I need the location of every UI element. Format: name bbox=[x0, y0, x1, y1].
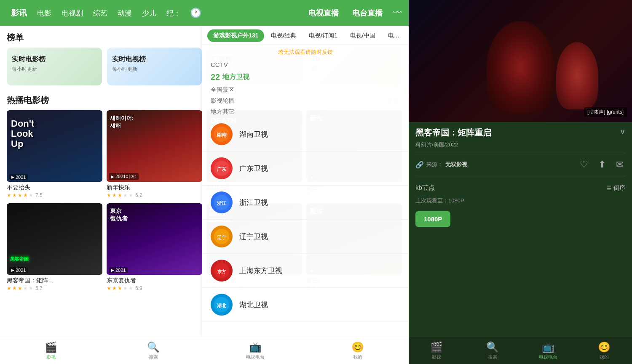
channel-logo-shanghai: 东方 bbox=[211, 260, 233, 282]
local-header[interactable]: 22 地方卫视 bbox=[202, 70, 409, 85]
bnav-right-icon-search: 🔍 bbox=[486, 341, 499, 353]
bnav-right-my[interactable]: 😊 我的 bbox=[576, 337, 632, 364]
bnav-right-yingshi[interactable]: 🎬 影视 bbox=[409, 337, 465, 364]
bnav-right-tv[interactable]: 📺 电视电台 bbox=[520, 337, 576, 364]
bnav-label-search: 搜索 bbox=[149, 354, 158, 360]
movie-rating-6: ★★★★★ 6.9 bbox=[107, 285, 202, 291]
bnav-right-label-my: 我的 bbox=[600, 354, 609, 360]
bnav-my[interactable]: 😊 我的 bbox=[307, 337, 409, 364]
radio-live-label[interactable]: 电台直播 bbox=[352, 8, 383, 18]
local-num-badge: 22 bbox=[211, 72, 220, 82]
svg-text:广东: 广东 bbox=[217, 167, 227, 172]
rank-card-tv[interactable]: 实时电视榜 每小时更新 bbox=[107, 48, 202, 85]
video-figure bbox=[487, 21, 554, 114]
dtab-2[interactable]: 电视/订阅1 bbox=[303, 29, 343, 42]
bnav-label-my: 我的 bbox=[353, 354, 362, 360]
channel-logo-hunan: 湖南 bbox=[211, 123, 233, 145]
dropdown-tabs: 游戏影视户外131 电视/经典 电视/订阅1 电视/中国 电… bbox=[202, 26, 409, 45]
section-header-2[interactable]: 地方其它 bbox=[202, 106, 409, 117]
bottom-nav-left: 🎬 影视 🔍 搜索 📺 电视电台 😊 我的 bbox=[0, 337, 409, 364]
top-nav: 影讯 电影 电视剧 综艺 动漫 少儿 纪： 🕐 电视直播 电台直播 〰 bbox=[0, 0, 409, 26]
svg-text:辽宁: 辽宁 bbox=[217, 235, 226, 240]
movie-rating-2: ★★★★★ 6.2 bbox=[107, 192, 202, 198]
feedback-text: 若无法观看请随时反馈 bbox=[202, 45, 409, 58]
nav-电影[interactable]: 电影 bbox=[33, 6, 56, 21]
channel-guangdong[interactable]: 广东 广东卫视 bbox=[202, 151, 409, 186]
quality-1080p[interactable]: 1080P bbox=[415, 211, 450, 227]
history-icon[interactable]: 🕐 bbox=[190, 8, 201, 19]
movie-poster-2: 새해이어:새해 ▶2021이어: bbox=[107, 110, 202, 182]
bnav-label-yingshi: 影视 bbox=[46, 354, 56, 360]
source-label: 来源： bbox=[426, 161, 443, 168]
bnav-tv[interactable]: 📺 电视电台 bbox=[204, 337, 307, 364]
comment-button[interactable]: ✉ bbox=[614, 157, 625, 172]
cctv-header[interactable]: CCTV bbox=[202, 58, 409, 70]
info-actions: 🔗 来源： 无双影视 ♡ ⬆ ✉ bbox=[415, 153, 625, 176]
movie-rating-1: ★★★★★ 7.5 bbox=[7, 192, 102, 198]
channel-logo-hubei: 湖北 bbox=[211, 294, 233, 316]
like-button[interactable]: ♡ bbox=[578, 157, 590, 172]
channel-hubei[interactable]: 湖北 湖北卫视 bbox=[202, 288, 409, 322]
movie-title-5: 黑客帝国：矩阵… bbox=[7, 277, 102, 284]
trend-icon[interactable]: 〰 bbox=[393, 8, 402, 19]
share-button[interactable]: ⬆ bbox=[597, 157, 608, 172]
channel-list: 湖南 湖南卫视 广东 广东卫视 浙江 浙江卫视 bbox=[202, 117, 409, 337]
channel-name-liaoning: 辽宁卫视 bbox=[239, 232, 268, 242]
movie-title-2: 新年快乐 bbox=[107, 184, 202, 191]
bnav-icon-tv: 📺 bbox=[249, 341, 262, 353]
controls-row: kb节点 ☰ 倒序 bbox=[415, 181, 625, 195]
bnav-right-icon-my: 😊 bbox=[598, 341, 611, 353]
channel-name-guangdong: 广东卫视 bbox=[239, 164, 268, 173]
hot-movies-title: 热播电影榜 bbox=[7, 95, 49, 106]
nav-动漫[interactable]: 动漫 bbox=[113, 6, 136, 21]
svg-text:湖北: 湖北 bbox=[217, 303, 227, 308]
movie-card-1[interactable]: Don'tLookUp ▶2021 不要抬头 ★★★★★ 7.5 bbox=[7, 110, 102, 198]
nav-综艺[interactable]: 综艺 bbox=[89, 6, 112, 21]
ranking-title: 榜单 bbox=[7, 32, 24, 43]
left-panel: 影讯 电影 电视剧 综艺 动漫 少儿 纪： 🕐 电视直播 电台直播 〰 榜单 分… bbox=[0, 0, 409, 364]
video-title: 黑客帝国：矩阵重启 bbox=[415, 127, 491, 138]
source-name: 无双影视 bbox=[445, 161, 467, 168]
nav-电视剧[interactable]: 电视剧 bbox=[57, 6, 87, 21]
video-area[interactable]: [咕哝声] [grunts] bbox=[409, 0, 632, 122]
chevron-down-icon[interactable]: ∨ bbox=[620, 127, 625, 136]
movie-card-2[interactable]: 새해이어:새해 ▶2021이어: 新年快乐 ★★★★★ 6.2 bbox=[107, 110, 202, 198]
bnav-icon-yingshi: 🎬 bbox=[45, 341, 57, 353]
channel-hunan[interactable]: 湖南 湖南卫视 bbox=[202, 117, 409, 151]
dtab-1[interactable]: 电视/经典 bbox=[265, 29, 302, 42]
channel-zhejiang[interactable]: 浙江 浙江卫视 bbox=[202, 186, 409, 220]
channel-name-zhejiang: 浙江卫视 bbox=[239, 198, 268, 207]
bnav-icon-my: 😊 bbox=[351, 341, 364, 353]
section-header-0[interactable]: 全国景区 bbox=[202, 85, 409, 96]
movie-poster-6: 東京復仇者 ▶2021 bbox=[107, 203, 202, 275]
order-button[interactable]: ☰ 倒序 bbox=[606, 184, 625, 192]
channel-logo-liaoning: 辽宁 bbox=[211, 226, 233, 247]
movie-rating-5: ★★★★★ 5.7 bbox=[7, 285, 102, 291]
nav-少儿[interactable]: 少儿 bbox=[138, 6, 161, 21]
dtab-0[interactable]: 游戏影视户外131 bbox=[207, 29, 264, 42]
movie-card-6[interactable]: 東京復仇者 ▶2021 东京复仇者 ★★★★★ 6.9 bbox=[107, 203, 202, 291]
tv-live-label[interactable]: 电视直播 bbox=[308, 8, 339, 18]
quality-btns: 1080P bbox=[415, 208, 625, 230]
movie-poster-1: Don'tLookUp ▶2021 bbox=[7, 110, 102, 182]
last-watched: 上次观看至：1080P bbox=[415, 195, 625, 208]
info-header: 黑客帝国：矩阵重启 ∨ bbox=[415, 127, 625, 138]
channel-shanghai[interactable]: 东方 上海东方卫视 bbox=[202, 254, 409, 288]
bnav-yingshi[interactable]: 🎬 影视 bbox=[0, 337, 102, 364]
movie-title-1: 不要抬头 bbox=[7, 184, 102, 191]
bnav-icon-search: 🔍 bbox=[147, 341, 160, 353]
nav-纪[interactable]: 纪： bbox=[162, 6, 185, 21]
bnav-right-search[interactable]: 🔍 搜索 bbox=[465, 337, 521, 364]
dtab-3[interactable]: 电视/中国 bbox=[344, 29, 381, 42]
nav-影讯[interactable]: 影讯 bbox=[7, 5, 31, 21]
movie-card-5[interactable]: 黑客帝国 ▶2021 黑客帝国：矩阵… ★★★★★ 5.7 bbox=[7, 203, 102, 291]
section-header-1[interactable]: 影视轮播 bbox=[202, 96, 409, 106]
rank-card-movie[interactable]: 实时电影榜 每小时更新 bbox=[7, 48, 102, 85]
channel-liaoning[interactable]: 辽宁 辽宁卫视 bbox=[202, 220, 409, 254]
video-subtitle: [咕哝声] [grunts] bbox=[584, 107, 627, 117]
dtab-4[interactable]: 电… bbox=[382, 29, 406, 42]
link-icon: 🔗 bbox=[415, 161, 424, 169]
video-meta: 科幻片/美国/2022 bbox=[415, 141, 625, 149]
bnav-right-icon-tv: 📺 bbox=[542, 341, 554, 353]
bnav-search[interactable]: 🔍 搜索 bbox=[102, 337, 205, 364]
